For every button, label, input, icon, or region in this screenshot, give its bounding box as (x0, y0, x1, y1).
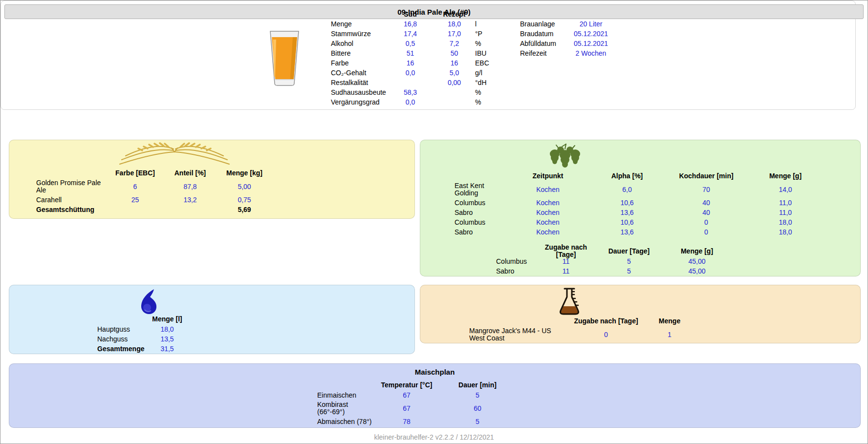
summary-sud-value: 51 (387, 48, 434, 58)
info-value: 2 Wochen (562, 48, 620, 58)
water-total-label: Gesamtmenge (97, 344, 146, 354)
malt-anteil: 87,8 (163, 178, 217, 195)
hops-header: Zeitpunkt (508, 170, 587, 181)
mash-panel: Maischplan Temperatur [°C] Dauer [min] E… (9, 363, 861, 428)
spacer (107, 205, 163, 214)
mash-title: Maischplan (9, 368, 860, 376)
yeast-header: Menge (643, 316, 696, 326)
yeast-zugabe: 0 (569, 326, 643, 343)
dryhop-zugabe: 11 (534, 256, 598, 266)
summary-sud-value: 16,8 (387, 19, 434, 29)
malt-total-value: 5,69 (217, 205, 272, 214)
hops-boil-table: Zeitpunkt Alpha [%] Kochdauer [min] Meng… (455, 170, 825, 237)
spacer (496, 246, 534, 256)
summary-sud-value (387, 78, 434, 87)
summary-rezept-value: 7,2 (434, 39, 475, 48)
summary-rezept-value: 0,00 (434, 78, 475, 87)
spacer (317, 380, 380, 390)
summary-unit: % (475, 97, 509, 107)
hop-zeitpunkt: Kochen (508, 217, 587, 227)
water-header: Menge [l] (146, 314, 188, 324)
mash-temp: 67 (380, 390, 434, 400)
info-value: 05.12.2021 (562, 39, 620, 48)
summary-row-label: Vergärungsgrad (331, 97, 387, 107)
info-label: Braudatum (520, 29, 562, 39)
dryhop-dauer: 5 (598, 256, 660, 266)
summary-rezept-value: 50 (434, 48, 475, 58)
hop-zeitpunkt: Kochen (508, 208, 587, 217)
hop-menge: 11,0 (746, 198, 825, 208)
hop-kochdauer: 40 (667, 198, 746, 208)
malt-menge: 0,75 (217, 195, 272, 205)
hop-kochdauer: 40 (667, 208, 746, 217)
hop-kochdauer: 70 (667, 181, 746, 198)
mash-header: Temperatur [°C] (380, 380, 434, 390)
summary-row-label: Menge (331, 19, 387, 29)
spacer (475, 9, 509, 19)
hop-alpha: 13,6 (587, 208, 667, 217)
spacer (455, 170, 508, 181)
hop-menge: 18,0 (746, 227, 825, 237)
mash-step-label: Kombirast (66°-69°) (317, 400, 380, 417)
summary-sud-value: 0,0 (387, 68, 434, 78)
beer-glass-icon (268, 29, 301, 87)
yeast-header: Zugabe nach [Tage] (569, 316, 643, 326)
summary-col-sud: Sud (387, 9, 434, 19)
hops-dry-table: Zugabe nach [Tage] Dauer [Tage] Menge [g… (496, 246, 734, 276)
summary-sud-value: 16 (387, 58, 434, 68)
summary-sud-value: 17,4 (387, 29, 434, 39)
dryhop-header: Zugabe nach [Tage] (534, 246, 598, 256)
mash-step-label: Abmaischen (78°) (317, 417, 380, 426)
malt-name: Golden Promise Pale Ale (36, 178, 107, 195)
malt-menge: 5,00 (217, 178, 272, 195)
summary-row-label: Alkohol (331, 39, 387, 48)
info-label: Brauanlage (520, 19, 562, 29)
malt-header: Farbe [EBC] (107, 168, 163, 178)
wheat-icon (111, 142, 238, 165)
spacer (331, 9, 387, 19)
hop-zeitpunkt: Kochen (508, 181, 587, 198)
malt-header: Anteil [%] (163, 168, 217, 178)
hop-kochdauer: 0 (667, 217, 746, 227)
hop-name: Columbus (455, 198, 508, 208)
hop-alpha: 10,6 (587, 198, 667, 208)
mash-dauer: 5 (434, 417, 521, 426)
mash-temp: 78 (380, 417, 434, 426)
hop-alpha: 13,6 (587, 227, 667, 237)
mash-header: Dauer [min] (434, 380, 521, 390)
summary-unit: IBU (475, 48, 509, 58)
summary-row-label: Farbe (331, 58, 387, 68)
recipe-report-page: 09-India Pale Ale (#9) Sud Rezept Menge … (0, 0, 868, 444)
hops-panel: Zeitpunkt Alpha [%] Kochdauer [min] Meng… (420, 140, 861, 276)
spacer (163, 205, 217, 214)
malt-header: Menge [kg] (217, 168, 272, 178)
info-value: 20 Liter (562, 19, 620, 29)
hop-menge: 14,0 (746, 181, 825, 198)
water-total-value: 31,5 (146, 344, 188, 354)
spacer (36, 168, 107, 178)
malt-total-label: Gesamtschüttung (36, 205, 107, 214)
water-panel: Menge [l] Hauptguss 18,0 Nachguss 13,5 G… (9, 285, 415, 354)
info-value: 05.12.2021 (562, 29, 620, 39)
summary-sud-value: 58,3 (387, 87, 434, 97)
summary-rezept-value: 5,0 (434, 68, 475, 78)
hops-icon (544, 143, 586, 169)
hop-alpha: 6,0 (587, 181, 667, 198)
hops-header: Kochdauer [min] (667, 170, 746, 181)
summary-sud-value: 0,0 (387, 97, 434, 107)
summary-unit: EBC (475, 58, 509, 68)
summary-table: Sud Rezept Menge 16,8 18,0 l Stammwürze … (331, 9, 509, 107)
hop-kochdauer: 0 (667, 227, 746, 237)
hop-alpha: 10,6 (587, 217, 667, 227)
summary-unit: l (475, 19, 509, 29)
dryhop-dauer: 5 (598, 266, 660, 276)
water-drop-icon (139, 288, 158, 315)
hop-zeitpunkt: Kochen (508, 227, 587, 237)
summary-rezept-value (434, 87, 475, 97)
hop-name: Columbus (455, 217, 508, 227)
hops-header: Alpha [%] (587, 170, 667, 181)
mash-table: Temperatur [°C] Dauer [min] Einmaischen … (317, 380, 521, 426)
summary-unit: % (475, 87, 509, 97)
water-value: 18,0 (146, 324, 188, 334)
dryhop-name: Columbus (496, 256, 534, 266)
